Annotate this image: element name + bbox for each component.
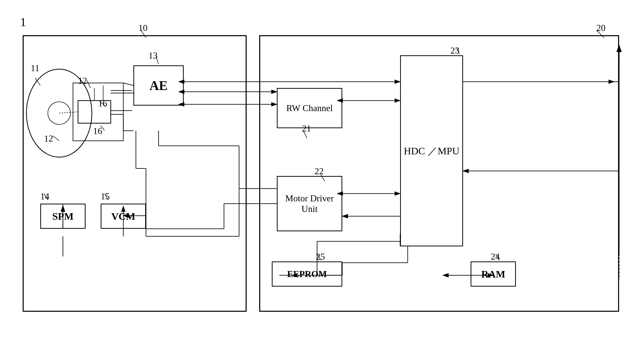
hdc-mpu-box: HDC ／MPU [400, 55, 463, 246]
figure-number: 1 [20, 15, 26, 29]
ref-23: 23 [450, 45, 460, 56]
ref-12b: 12 [44, 133, 53, 144]
ref-16a: 16 [98, 98, 107, 109]
ref-13: 13 [148, 50, 158, 61]
ref-10: 10 [138, 23, 147, 33]
motor-driver-box: Motor Driver Unit [277, 176, 342, 231]
diagram-container: 1 10 20 AE RW Channel Motor Driver Unit … [15, 15, 629, 349]
ref-21: 21 [302, 123, 311, 134]
ref-12a: 12 [78, 75, 87, 86]
ref-16b: 16 [93, 126, 102, 136]
spm-box: SPM [40, 204, 86, 229]
ref-11: 11 [31, 63, 40, 73]
vcm-box: VCM [101, 204, 146, 229]
ref-22: 22 [315, 166, 324, 176]
ref-25: 25 [316, 251, 325, 262]
eeprom-box: EEPROM [272, 261, 342, 287]
ref-24: 24 [491, 251, 500, 262]
rw-channel-box: RW Channel [277, 88, 342, 128]
ref-15: 15 [101, 191, 110, 202]
ae-box: AE [133, 65, 184, 106]
ref-14: 14 [40, 191, 49, 202]
ram-box: RAM [471, 261, 516, 287]
ref-20: 20 [596, 23, 605, 33]
